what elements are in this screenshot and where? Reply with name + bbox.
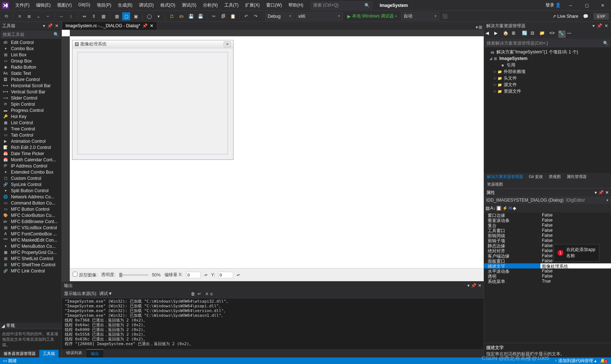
close-button[interactable]: ✕ — [596, 1, 609, 10]
menu-item[interactable]: 项目(P) — [94, 1, 114, 10]
toolbox-item[interactable]: ▭Command Button Co... — [0, 200, 61, 206]
circle-icon[interactable]: ◯ — [145, 12, 153, 20]
tree-row[interactable]: ▷📁源文件 — [484, 81, 611, 88]
toolbox-item[interactable]: ⊞MFC ShellTree Control — [0, 262, 61, 268]
property-row[interactable]: 剪辑子项False — [484, 238, 611, 243]
ext-icon[interactable]: ⬛ — [441, 12, 449, 20]
toolbox-item[interactable]: ⟳Spin Control — [0, 101, 61, 107]
events-icon[interactable]: ⚡ — [502, 206, 508, 211]
menu-item[interactable]: 测试(S) — [179, 1, 199, 10]
window-icon[interactable]: ⊞ — [479, 25, 482, 30]
expand-icon[interactable]: ▷ — [493, 83, 497, 86]
undo-icon[interactable]: ↶ — [242, 12, 250, 20]
align-bottom-icon[interactable]: ⫟ — [44, 12, 52, 20]
toolbox-item[interactable]: AMFC FontComboBox ... — [0, 231, 61, 237]
menu-item[interactable]: 格式(O) — [157, 1, 178, 10]
same-height-icon[interactable]: ⇕ — [90, 12, 98, 20]
toolbox-item[interactable]: ◉Radio Button — [0, 64, 61, 70]
toolbox-item[interactable]: 🔑Hot Key — [0, 113, 61, 120]
toolbox-item[interactable]: 🌐Network Address Co... — [0, 194, 61, 200]
property-row[interactable]: 复合False — [484, 223, 611, 228]
prototype-checkbox[interactable]: 原型图像: — [73, 272, 97, 278]
tab-error-list[interactable]: 错误列表 — [62, 349, 87, 357]
right-tab[interactable]: 解决方案资源管理器 — [484, 173, 526, 181]
distribute-h-icon[interactable]: ↔ — [57, 12, 65, 20]
dropdown-icon[interactable]: ▾ — [476, 25, 478, 30]
pin-icon[interactable]: 📌 — [471, 283, 476, 288]
same-size-icon[interactable]: ▦ — [99, 12, 107, 20]
maximize-button[interactable]: ▢ — [580, 1, 593, 10]
distribute-v-icon[interactable]: ↕ — [67, 12, 75, 20]
cat-icon[interactable]: ▤ — [486, 206, 490, 211]
property-row[interactable]: 系统菜单True — [484, 279, 611, 284]
toolbox-item[interactable]: ▦List Control — [0, 120, 61, 126]
dialog-client-area[interactable] — [77, 52, 228, 154]
toolbox-item[interactable]: ▤List Box — [0, 52, 61, 58]
tab-server-explorer[interactable]: 服务器资源管理器 — [0, 350, 39, 357]
copy-icon[interactable]: 🗐 — [219, 12, 227, 20]
opacity-slider[interactable] — [119, 274, 148, 276]
close-icon[interactable]: ✕ — [150, 23, 153, 28]
output-source-combo[interactable]: 调试▼ — [99, 291, 187, 297]
dialog-close-icon[interactable]: ✕ — [224, 41, 231, 47]
menu-item[interactable]: Git(G) — [75, 1, 93, 10]
expand-icon[interactable]: ▷ — [493, 76, 497, 80]
nav-back-icon[interactable]: ⟲ — [2, 12, 10, 20]
solution-search[interactable]: 搜索解决方案资源管理器(Ctrl+;) 🔍 — [485, 39, 610, 47]
props-icon[interactable]: 📋 — [496, 206, 502, 211]
auto-combo[interactable]: 自动▼ — [401, 12, 439, 20]
toolbox-item[interactable]: ▢Custom Control — [0, 175, 61, 181]
back-icon[interactable]: ◀ — [486, 31, 493, 38]
toolbox-item[interactable]: 📅Date Time Picker — [0, 150, 61, 157]
cut-icon[interactable]: ✂ — [210, 12, 218, 20]
close-icon[interactable]: ✕ — [604, 23, 609, 28]
menu-item[interactable]: 分析(N) — [200, 1, 221, 10]
menu-item[interactable]: 帮助(H) — [285, 1, 306, 10]
toolbox-item[interactable]: ▤MFC VSListBox Control — [0, 225, 61, 231]
toolbox-item[interactable]: ▤MFC ShellList Control — [0, 255, 61, 262]
toolbox-item[interactable]: abEdit Control — [0, 39, 61, 45]
same-width-icon[interactable]: ⇔ — [80, 12, 88, 20]
home-icon[interactable]: 🏠 — [503, 31, 510, 38]
close-icon[interactable]: ✕ — [54, 23, 59, 28]
toolbox-item[interactable]: 🖼Picture Control — [0, 76, 61, 82]
right-tab[interactable]: 属性管理器 — [564, 173, 590, 181]
login-button[interactable]: 登录 👤 — [546, 2, 561, 8]
properties-object[interactable]: IDD_IMAGESYSTEM_DIALOG (Dialog) IDlgEdit… — [484, 197, 611, 204]
az-icon[interactable]: A↓ — [490, 206, 495, 211]
override-icon[interactable]: ◆ — [513, 206, 516, 211]
feedback-icon[interactable]: 💬 — [582, 12, 590, 20]
align-top-icon[interactable]: ⫠ — [35, 12, 43, 20]
spinner-icon[interactable]: ▴▾ — [204, 273, 207, 276]
output-text[interactable]: "ImageSystem.exe" (Win32): 已加载 "C:\Windo… — [62, 298, 484, 349]
notification-icon[interactable]: 🔔1 — [600, 358, 608, 363]
live-share-button[interactable]: ↗ Live Share — [552, 14, 578, 19]
property-row[interactable]: 垂直滚动条False — [484, 218, 611, 223]
dialog-preview[interactable]: 🖼 图像处理系统 ✕ — [72, 40, 233, 160]
toolbox-item[interactable]: ▾MFC MenuButton Co... — [0, 243, 61, 249]
toolbox-item[interactable]: ▬Progress Control — [0, 107, 61, 113]
toolbox-item[interactable]: ▭Group Box — [0, 58, 61, 64]
tree-row[interactable]: ◢⊞ImageSystem — [484, 55, 611, 62]
paste-icon[interactable]: 📋 — [229, 12, 237, 20]
toolbox-item[interactable]: 📅Month Calendar Cont... — [0, 157, 61, 163]
property-row[interactable]: 剪辑同级False — [484, 233, 611, 238]
offset-y-input[interactable] — [219, 272, 233, 278]
right-tab[interactable]: 资源视图 — [484, 181, 506, 188]
tab-toolbox[interactable]: 工具箱 — [39, 350, 59, 357]
menu-item[interactable]: 调试(D) — [136, 1, 157, 10]
toolbox-item[interactable]: ⟿Slider Control — [0, 95, 61, 101]
tree-row[interactable]: ■引用 — [484, 62, 611, 68]
toolbox-group[interactable]: ◢常规 — [0, 323, 61, 329]
spinner-icon[interactable]: ▴▾ — [237, 273, 240, 276]
tree-row[interactable]: ▷📁资源文件 — [484, 88, 611, 94]
right-tab[interactable]: Git 更改 — [526, 173, 546, 181]
toolbox-item[interactable]: IPIP Address Control — [0, 163, 61, 169]
toolbox-item[interactable]: AaStatic Text — [0, 70, 61, 76]
save-icon[interactable]: 💾 — [187, 12, 195, 20]
close-icon[interactable]: ✕ — [605, 190, 609, 195]
expand-icon[interactable]: ▷ — [493, 70, 497, 73]
redo-icon[interactable]: ↷ — [252, 12, 260, 20]
toolbox-item[interactable]: ***MFC MaskedEdit Con... — [0, 237, 61, 243]
pin-icon[interactable]: 📌 — [142, 23, 148, 28]
